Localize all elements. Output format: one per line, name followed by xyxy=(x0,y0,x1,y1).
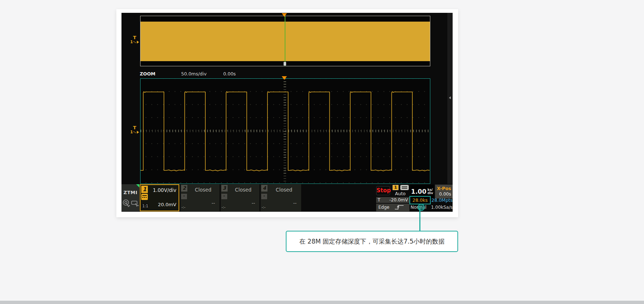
channel-1-panel[interactable]: 1 1.00V/div 1:1 20.0mV xyxy=(140,184,179,211)
trigger-type-row[interactable]: Edge xyxy=(376,204,409,211)
overview-window[interactable] xyxy=(140,16,430,66)
touch-knob-icon[interactable] xyxy=(122,199,130,208)
status-bar: ZTMI 1 1.00V/div 1 xyxy=(121,184,453,212)
page-footer-bar xyxy=(0,301,644,304)
channel-2-value: -- xyxy=(211,201,215,205)
brand-panel[interactable]: ZTMI xyxy=(121,184,139,211)
trigger-t-label: T xyxy=(130,125,139,130)
channel1-square-waveform xyxy=(141,79,430,183)
menu-collapse-strip[interactable] xyxy=(448,13,453,184)
channel-3-coupling: - xyxy=(221,194,227,199)
channel-4-badge: 4 xyxy=(261,185,267,192)
trigger-source-badge[interactable]: 1 xyxy=(393,185,398,190)
zoom-position-value: 0.00s xyxy=(223,71,236,77)
sample-rate-value: 1.00kSa/s xyxy=(428,205,453,210)
callout-connector-line xyxy=(419,208,420,231)
zoom-position-handle[interactable] xyxy=(284,62,286,66)
channel-4-value: -- xyxy=(293,201,296,205)
zoom-trigger-position-icon xyxy=(282,76,287,80)
trigger-level-value: -20.0mV xyxy=(389,197,408,203)
run-state-button[interactable]: Stop xyxy=(376,186,390,195)
trigger-channel-label: 1 xyxy=(130,130,133,134)
menu-expand-arrow-icon[interactable] xyxy=(449,96,451,99)
channel-1-scale: 1.00V/div xyxy=(153,187,176,193)
timebase-value: 1.00 xyxy=(411,188,426,195)
record-length-box[interactable]: 28.0ks xyxy=(409,196,431,204)
channel-4-probe-ratio: -:- xyxy=(262,205,266,209)
dc-coupling-icon xyxy=(141,194,148,200)
channel-3-state: Closed xyxy=(228,185,259,194)
channel-2-badge: 2 xyxy=(181,185,187,192)
coupling-display-icon[interactable] xyxy=(400,185,409,190)
brand-logo: ZTMI xyxy=(121,190,139,195)
channel-3-value: -- xyxy=(252,201,255,205)
right-arrow-icon xyxy=(137,41,139,44)
callout-box: 在 28M 固定存储深度下，可采集长达7.5小时的数据 xyxy=(286,231,458,252)
sine-icon xyxy=(133,41,136,44)
channel-1-probe-ratio: 1:1 xyxy=(142,204,149,208)
channel-1-badge: 1 xyxy=(141,186,148,193)
zoom-mode-label: ZOOM xyxy=(140,71,156,77)
callout-anchor-dot xyxy=(418,204,425,211)
rising-edge-icon xyxy=(394,204,404,210)
right-arrow-icon xyxy=(137,131,139,134)
channel-2-probe-ratio: -:- xyxy=(181,205,186,209)
channel-2-panel[interactable]: 2 Closed - -- -:- xyxy=(180,184,220,211)
channel-2-state: Closed xyxy=(188,185,219,194)
channel-1-offset: 20.0mV xyxy=(158,202,176,207)
zoom-trigger-marker: T 1 xyxy=(130,125,139,134)
xpos-label: X-Pos xyxy=(437,186,451,191)
callout-text: 在 28M 固定存储深度下，可采集长达7.5小时的数据 xyxy=(299,237,445,246)
overview-zoom-position-line[interactable] xyxy=(285,16,286,66)
notification-corner-icon xyxy=(136,184,139,188)
xpos-panel[interactable]: X-Pos 0.00s xyxy=(435,185,453,199)
overview-trigger-marker: T 1 xyxy=(130,35,139,44)
channel-2-coupling: - xyxy=(181,194,187,199)
touch-pad-icon[interactable] xyxy=(131,199,139,208)
timebase-unit-top: ks/ xyxy=(427,188,433,192)
trigger-level-row[interactable]: T -20.0mV xyxy=(376,197,409,203)
trigger-channel-label: 1 xyxy=(130,40,133,44)
xpos-value: 0.00s xyxy=(437,191,451,197)
sine-icon xyxy=(133,131,136,134)
channel-3-panel[interactable]: 3 Closed - -- -:- xyxy=(221,184,260,211)
trigger-type-value: Edge xyxy=(378,205,389,210)
trigger-position-icon[interactable] xyxy=(282,13,287,17)
timebase-unit-bottom: div xyxy=(427,191,433,195)
channel-4-coupling: - xyxy=(261,194,267,199)
trigger-level-label: T xyxy=(378,197,380,203)
channel-4-panel[interactable]: 4 Closed - -- -:- xyxy=(261,184,301,211)
channel-3-probe-ratio: -:- xyxy=(222,205,226,209)
zoom-waveform-window[interactable] xyxy=(140,78,430,184)
oscilloscope-screen: T 1 ZOOM 50.0ms/div 0.00s T 1 xyxy=(121,13,453,212)
channel-3-badge: 3 xyxy=(221,185,228,192)
trigger-t-label: T xyxy=(130,35,139,40)
channel-4-state: Closed xyxy=(268,185,300,194)
zoom-timebase-value: 50.0ms/div xyxy=(181,71,207,77)
page: T 1 ZOOM 50.0ms/div 0.00s T 1 xyxy=(0,0,644,304)
memory-depth-value: 28.0Mpts xyxy=(431,197,453,203)
trigger-mode-value[interactable]: Auto xyxy=(391,191,409,196)
